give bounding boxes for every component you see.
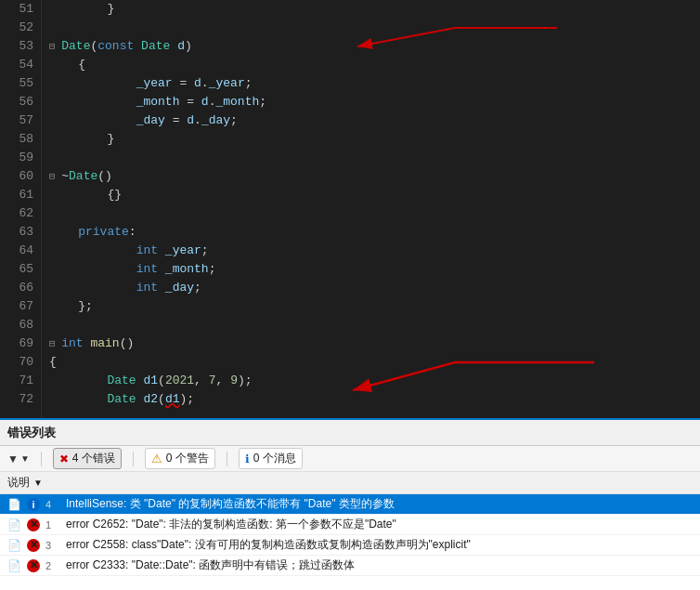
code-line: _year = d._year;	[49, 74, 700, 93]
code-content[interactable]: }⊟ Date(const Date d) { _year = d._year;…	[42, 0, 700, 418]
message-count-button[interactable]: ℹ 0 个消息	[239, 448, 303, 469]
line-number: 63	[7, 223, 33, 242]
code-line: ⊟ int main()	[49, 334, 700, 353]
token-punct: {}	[107, 186, 122, 204]
token-kw: int	[136, 279, 158, 297]
warning-count-button[interactable]: ⚠ 0 个警告	[145, 448, 215, 469]
error-count-label: 4 个错误	[72, 451, 115, 466]
token-tilde: ~	[61, 167, 69, 186]
message-count-label: 0 个消息	[253, 451, 296, 466]
token-punct: }	[107, 130, 114, 149]
token-op: .	[194, 111, 201, 130]
token-var: _year	[136, 74, 173, 93]
token-op: ()	[120, 334, 135, 353]
token-op: )	[185, 37, 192, 56]
token-op	[158, 242, 165, 260]
line-number: 54	[7, 56, 33, 74]
filter-button[interactable]: ▼ ▼	[7, 452, 30, 465]
error-type-icon: i	[27, 498, 40, 511]
desc-header: 说明 ▼	[0, 472, 700, 494]
token-var: _month	[165, 260, 209, 279]
code-line: _day = d._day;	[49, 111, 700, 130]
warning-count-label: 0 个警告	[166, 451, 209, 466]
token-var: _month	[215, 93, 259, 111]
filter-chevron: ▼	[20, 453, 30, 464]
toolbar-separator-2	[133, 452, 134, 466]
code-line: };	[49, 297, 700, 316]
token-op: ;	[259, 93, 266, 111]
collapse-indicator[interactable]: ⊟	[49, 37, 61, 56]
token-op: .	[201, 74, 209, 93]
code-line: private:	[49, 223, 700, 242]
error-toolbar: ▼ ▼ ✖ 4 个错误 ⚠ 0 个警告 ℹ 0 个消息	[0, 446, 700, 472]
token-var: d	[201, 93, 209, 111]
token-op: ()	[97, 167, 112, 186]
token-var: _year	[165, 242, 201, 260]
code-line: int _month;	[49, 260, 700, 279]
desc-label: 说明	[7, 475, 30, 491]
error-file-icon: 📄	[7, 498, 21, 511]
token-punct: {	[49, 353, 57, 372]
token-op: ;	[201, 242, 209, 260]
token-var: _year	[209, 74, 245, 93]
error-item[interactable]: 📄✕2error C2333: "Date::Date": 函数声明中有错误；跳…	[0, 556, 700, 576]
line-number: 51	[7, 0, 33, 19]
token-op: ;	[230, 111, 238, 130]
token-op: ,	[194, 372, 209, 390]
error-list[interactable]: 📄i4IntelliSense: 类 "Date" 的复制构造函数不能带有 "D…	[0, 494, 700, 590]
filter-icon: ▼	[7, 452, 19, 465]
token-op: );	[179, 390, 194, 409]
token-op	[158, 260, 165, 279]
error-item[interactable]: 📄✕3error C2558: class"Date": 没有可用的复制构造函数…	[0, 535, 700, 556]
token-var: _day	[201, 111, 230, 130]
code-line: Date d2(d1);	[49, 390, 700, 409]
code-line	[49, 204, 700, 223]
token-var: _day	[136, 111, 165, 130]
line-number: 69	[7, 334, 33, 353]
line-number: 61	[7, 186, 33, 204]
token-var: d1	[143, 372, 158, 390]
token-num: 9	[230, 372, 238, 390]
token-type: Date	[69, 167, 97, 186]
token-type: Date	[141, 37, 170, 56]
line-number: 57	[7, 111, 33, 130]
token-op: =	[173, 74, 194, 93]
error-message: IntelliSense: 类 "Date" 的复制构造函数不能带有 "Date…	[66, 496, 693, 512]
token-op: :	[129, 223, 136, 242]
message-icon-badge: ℹ	[245, 452, 250, 465]
line-number: 60	[7, 167, 33, 186]
token-num: 7	[209, 372, 216, 390]
error-number: 1	[45, 519, 60, 531]
line-number: 65	[7, 260, 33, 279]
line-number: 53	[7, 37, 33, 56]
token-op	[136, 372, 144, 390]
token-var: d2	[143, 390, 158, 409]
code-line: int _day;	[49, 279, 700, 297]
token-op: =	[179, 93, 201, 111]
token-kw: int	[136, 260, 158, 279]
line-number: 71	[7, 372, 33, 390]
error-item[interactable]: 📄✕1error C2652: "Date": 非法的复制构造函数: 第一个参数…	[0, 515, 700, 535]
error-panel-title: 错误列表	[7, 425, 56, 441]
token-op: (	[90, 37, 97, 56]
toolbar-separator-3	[227, 452, 227, 466]
line-number: 68	[7, 316, 33, 334]
code-line: }	[49, 0, 700, 19]
token-kw: int	[136, 242, 158, 260]
error-message: error C2333: "Date::Date": 函数声明中有错误；跳过函数…	[66, 557, 693, 573]
token-op: ;	[245, 74, 253, 93]
token-type: Date	[61, 37, 90, 56]
code-line: ⊟ Date(const Date d)	[49, 37, 700, 56]
editor-wrapper: 5152535455565758596061626364656667686970…	[0, 0, 700, 418]
collapse-indicator[interactable]: ⊟	[49, 334, 61, 353]
token-fn: main	[90, 334, 119, 353]
line-number: 72	[7, 390, 33, 409]
code-line: }	[49, 130, 700, 149]
collapse-indicator[interactable]: ⊟	[49, 167, 61, 186]
error-icon-badge: ✖	[59, 452, 69, 465]
token-var: d	[187, 111, 194, 130]
error-item[interactable]: 📄i4IntelliSense: 类 "Date" 的复制构造函数不能带有 "D…	[0, 494, 700, 515]
error-panel-header: 错误列表	[0, 420, 700, 446]
error-count-button[interactable]: ✖ 4 个错误	[53, 448, 122, 469]
token-kw: const	[97, 37, 134, 56]
